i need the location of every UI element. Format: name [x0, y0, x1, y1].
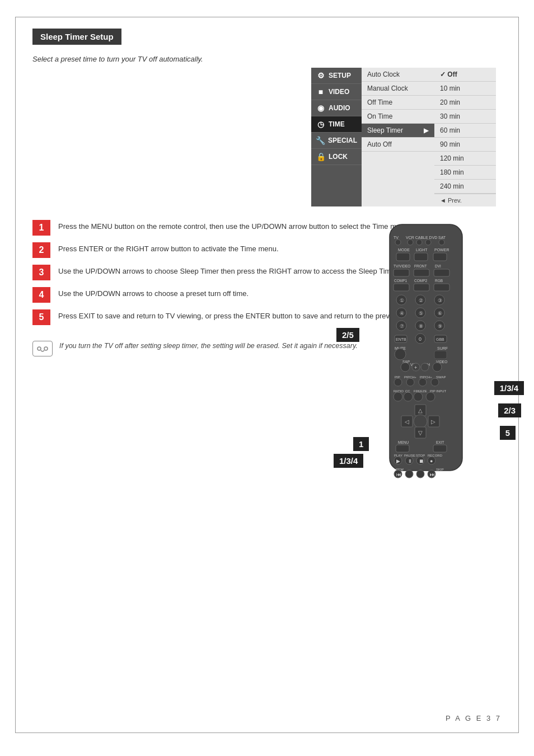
menu-auto-clock[interactable]: Auto Clock [362, 68, 434, 82]
svg-text:SKIP: SKIP [436, 468, 444, 471]
menu-on-time[interactable]: On Time [362, 110, 434, 124]
menu-right-column: Off 10 min 20 min 30 min 60 min 90 min 1… [434, 68, 496, 206]
svg-point-4 [395, 240, 401, 245]
menu-auto-off[interactable]: Auto Off [362, 138, 434, 152]
menu-item-time[interactable]: ◷ TIME [311, 116, 362, 133]
option-30min[interactable]: 30 min [434, 110, 496, 124]
svg-rect-93 [396, 445, 409, 452]
svg-point-70 [394, 378, 402, 386]
svg-text:⏹: ⏹ [419, 458, 424, 464]
svg-rect-27 [414, 284, 429, 291]
svg-text:TV/VIDEO: TV/VIDEO [394, 264, 410, 268]
svg-point-111 [405, 470, 413, 478]
svg-text:FRONT: FRONT [414, 264, 427, 268]
svg-point-71 [406, 378, 414, 386]
menu-item-setup[interactable]: ⚙ SETUP [311, 68, 362, 84]
lock-icon: 🔒 [316, 152, 326, 161]
step-number-1: 1 [32, 220, 50, 236]
option-90min[interactable]: 90 min [434, 138, 496, 152]
svg-point-73 [431, 378, 439, 386]
svg-rect-56 [434, 351, 447, 359]
svg-text:▽: ▽ [418, 430, 423, 436]
remote-container: TV VCR CABLE DVD SAT MODE LIGHT POWER TV… [370, 219, 488, 489]
svg-point-80 [414, 392, 423, 401]
menu-item-video[interactable]: ■ VIDEO [311, 84, 362, 100]
svg-point-72 [419, 378, 427, 386]
svg-text:ENTB: ENTB [396, 337, 406, 341]
label-5: 5 [500, 426, 516, 440]
svg-text:MENU: MENU [398, 440, 409, 444]
svg-text:VCR CABLE DVD: VCR CABLE DVD [406, 236, 437, 240]
svg-text:COMP2: COMP2 [414, 279, 428, 283]
svg-text:+: + [414, 365, 417, 370]
step-number-5: 5 [32, 309, 50, 325]
svg-point-61 [401, 363, 410, 372]
svg-text:⑧: ⑧ [419, 323, 423, 329]
menu-off-time[interactable]: Off Time [362, 96, 434, 110]
setup-label: SETUP [329, 72, 351, 79]
video-icon: ■ [316, 87, 326, 96]
option-120min[interactable]: 120 min [434, 152, 496, 166]
svg-text:△: △ [418, 407, 423, 414]
svg-rect-20 [394, 269, 409, 276]
svg-text:SWAP: SWAP [436, 375, 446, 379]
time-icon: ◷ [316, 120, 326, 129]
menu-prev[interactable]: ◄ Prev. [434, 194, 496, 206]
audio-icon: ◉ [316, 104, 326, 112]
option-20min[interactable]: 20 min [434, 96, 496, 110]
svg-rect-14 [396, 253, 410, 261]
step-number-2: 2 [32, 242, 50, 258]
svg-text:●: ● [430, 458, 433, 464]
svg-text:③: ③ [438, 298, 442, 303]
menu-left-column: ⚙ SETUP ■ VIDEO ◉ AUDIO ◷ TIME 🔧 SPECIAL… [311, 68, 362, 206]
svg-point-55 [395, 349, 406, 360]
svg-text:LIGHT: LIGHT [416, 248, 428, 252]
step-text-3: Use the UP/DOWN arrows to choose Sleep T… [58, 265, 420, 277]
svg-rect-26 [394, 284, 409, 291]
svg-point-0 [38, 347, 41, 350]
menu-item-lock[interactable]: 🔒 LOCK [311, 149, 362, 165]
menu-sleep-timer[interactable]: Sleep Timer ▶ [362, 124, 434, 138]
label-25: 2/5 [336, 328, 359, 342]
svg-text:⏭: ⏭ [430, 472, 435, 477]
option-180min[interactable]: 180 min [434, 166, 496, 180]
svg-text:TV: TV [394, 236, 399, 240]
label-134-top: 1/3/4 [494, 381, 524, 395]
svg-text:①: ① [400, 298, 404, 303]
option-240min[interactable]: 240 min [434, 180, 496, 194]
svg-point-6 [407, 240, 413, 245]
special-icon: 🔧 [316, 136, 325, 145]
menu-manual-clock[interactable]: Manual Clock [362, 82, 434, 96]
svg-rect-21 [414, 269, 429, 276]
svg-point-86 [414, 415, 427, 428]
step-text-1: Press the MENU button on the remote cont… [58, 220, 410, 232]
label-23: 2/3 [498, 403, 521, 417]
svg-point-8 [425, 240, 431, 245]
svg-text:⑦: ⑦ [400, 323, 404, 329]
page-title: Sleep Timer Setup [32, 29, 121, 45]
svg-text:0: 0 [419, 336, 421, 342]
menu-item-audio[interactable]: ◉ AUDIO [311, 100, 362, 116]
menu-item-special[interactable]: 🔧 SPECIAL [311, 133, 362, 149]
description: Select a preset time to turn your TV off… [32, 55, 502, 63]
option-off[interactable]: Off [434, 68, 496, 82]
svg-text:FREEZE: FREEZE [414, 389, 427, 393]
svg-text:POWER: POWER [434, 248, 449, 252]
lock-label: LOCK [329, 153, 348, 161]
svg-rect-22 [434, 269, 449, 276]
step-number-3: 3 [32, 265, 50, 280]
note-text: If you turn the TV off after setting sle… [59, 341, 358, 351]
svg-text:⑥: ⑥ [438, 311, 442, 316]
svg-text:④: ④ [400, 311, 404, 316]
svg-text:②: ② [419, 298, 423, 303]
svg-text:COMP1: COMP1 [394, 279, 407, 283]
option-10min[interactable]: 10 min [434, 82, 496, 96]
note-icon [32, 341, 53, 356]
svg-text:⏸: ⏸ [407, 458, 413, 464]
special-label: SPECIAL [328, 137, 357, 144]
svg-point-10 [439, 240, 444, 245]
label-1: 1 [353, 437, 369, 451]
setup-icon: ⚙ [316, 71, 326, 80]
option-60min[interactable]: 60 min [434, 124, 496, 138]
svg-text:⏮: ⏮ [396, 472, 401, 477]
